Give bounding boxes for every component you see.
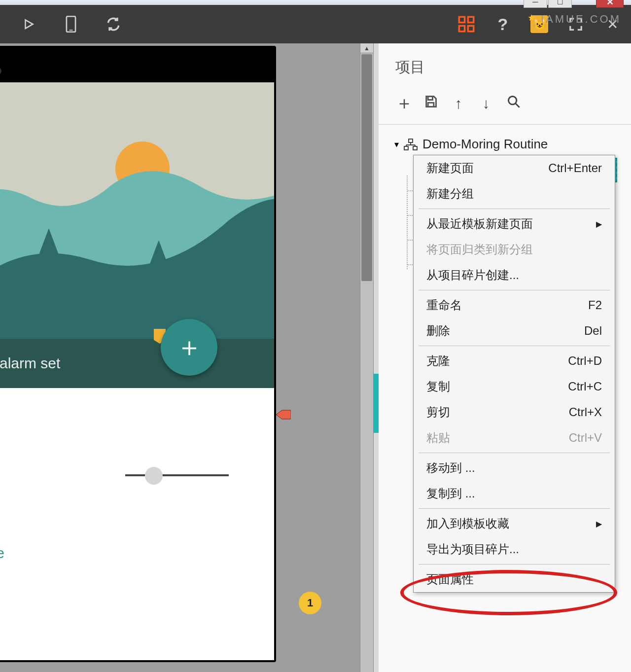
ctx-shortcut: Ctrl+V <box>569 431 602 445</box>
svg-rect-13 <box>409 139 413 142</box>
alarm-text: o alarm set <box>0 355 60 372</box>
ctx-separator <box>419 508 610 509</box>
search-icon[interactable] <box>506 95 522 112</box>
add-alarm-fab[interactable]: ＋ <box>161 319 217 376</box>
grid-icon[interactable] <box>457 15 475 33</box>
active-tab-indicator[interactable] <box>374 374 379 433</box>
ctx-label: 复制到 ... <box>426 486 475 501</box>
tree-guide-lines <box>407 176 408 269</box>
ctx-copy-to[interactable]: 复制到 ... <box>414 481 615 506</box>
ctx-cut[interactable]: 剪切 Ctrl+X <box>414 399 615 425</box>
ctx-label: 将页面归类到新分组 <box>426 242 533 257</box>
watermark: IAMUE.COM <box>541 13 621 26</box>
device-top-bezel <box>0 48 274 82</box>
project-root-row[interactable]: ▾ Demo-Moring Routine <box>392 134 631 155</box>
ctx-export-fragment[interactable]: 导出为项目碎片... <box>414 536 615 562</box>
ctx-label: 从最近模板新建页面 <box>426 216 533 232</box>
svg-rect-5 <box>468 26 473 31</box>
star-icon: ★ <box>527 12 535 23</box>
ctx-label: 粘贴 <box>426 430 450 446</box>
help-icon[interactable]: ? <box>494 15 512 33</box>
submenu-arrow-icon: ▶ <box>596 219 602 229</box>
ctx-classify-to-group: 将页面归类到新分组 <box>414 237 615 262</box>
svg-point-11 <box>509 97 517 105</box>
sitemap-icon <box>404 139 418 150</box>
scrollbar-up-button[interactable]: ▲ <box>360 43 373 53</box>
repeat-label: once <box>0 545 4 562</box>
project-name: Demo-Moring Routine <box>422 137 548 152</box>
move-down-icon[interactable]: ↓ <box>478 95 494 112</box>
main-toolbar: ? ★😺 ✕ <box>0 5 631 43</box>
panel-toolbar: ＋ ↑ ↓ <box>392 91 631 115</box>
toolbar-left-group <box>20 15 122 33</box>
annotation-badge[interactable]: 1 <box>299 592 321 614</box>
ctx-add-to-templates[interactable]: 加入到模板收藏 ▶ <box>414 511 615 536</box>
window-minimize-button[interactable]: ─ <box>524 0 547 8</box>
slider-track[interactable] <box>125 474 229 476</box>
ctx-label: 删除 <box>426 323 450 339</box>
hero-illustration <box>0 82 274 339</box>
ctx-label: 新建页面 <box>426 160 474 176</box>
ctx-shortcut: Del <box>584 324 602 338</box>
ctx-delete[interactable]: 删除 Del <box>414 318 615 344</box>
ctx-separator <box>419 290 610 290</box>
play-icon[interactable] <box>20 15 37 33</box>
window-titlebar: ─ ☐ ✕ <box>0 0 631 5</box>
ctx-copy[interactable]: 复制 Ctrl+C <box>414 374 615 399</box>
panel-tabstrip <box>374 43 379 672</box>
ctx-shortcut: Ctrl+D <box>568 354 602 368</box>
context-menu: 新建页面 Ctrl+Enter 新建分组 从最近模板新建页面 ▶ 将页面归类到新… <box>413 155 615 593</box>
ctx-separator <box>419 346 610 346</box>
svg-rect-1 <box>70 30 73 31</box>
svg-rect-2 <box>459 17 464 22</box>
ctx-label: 复制 <box>426 379 450 394</box>
ctx-shortcut: Ctrl+C <box>568 380 602 393</box>
ctx-new-from-template[interactable]: 从最近模板新建页面 ▶ <box>414 211 615 237</box>
ctx-label: 剪切 <box>426 404 450 420</box>
svg-rect-7 <box>47 254 51 265</box>
ctx-shortcut: Ctrl+Enter <box>548 161 602 175</box>
slice-marker-icon[interactable] <box>276 409 291 420</box>
sync-icon[interactable] <box>105 15 122 33</box>
add-page-icon[interactable]: ＋ <box>395 91 411 115</box>
canvas[interactable]: o alarm set ＋ ▶ once 1 <box>0 43 360 672</box>
ctx-paste: 粘贴 Ctrl+V <box>414 425 615 451</box>
ctx-separator <box>419 209 610 209</box>
panel-title: 项目 <box>392 57 631 77</box>
svg-rect-9 <box>157 271 161 283</box>
ctx-label: 重命名 <box>426 297 462 313</box>
svg-rect-14 <box>404 146 408 150</box>
move-up-icon[interactable]: ↑ <box>451 95 466 112</box>
ctx-separator <box>419 453 610 453</box>
ctx-new-group[interactable]: 新建分组 <box>414 181 615 207</box>
ctx-from-fragment[interactable]: 从项目碎片创建... <box>414 262 615 288</box>
ctx-new-page[interactable]: 新建页面 Ctrl+Enter <box>414 155 615 181</box>
window-maximize-button[interactable]: ☐ <box>548 0 572 8</box>
ctx-move-to[interactable]: 移动到 ... <box>414 455 615 481</box>
tree-icon <box>145 240 173 289</box>
ctx-label: 克隆 <box>426 353 450 369</box>
slider-thumb[interactable] <box>145 467 163 485</box>
ctx-label: 新建分组 <box>426 186 474 202</box>
tree-icon <box>36 228 61 270</box>
svg-marker-8 <box>146 240 171 273</box>
scrollbar-thumb[interactable] <box>361 54 372 281</box>
ctx-clone[interactable]: 克隆 Ctrl+D <box>414 348 615 374</box>
ctx-shortcut: Ctrl+X <box>569 405 602 419</box>
svg-rect-4 <box>459 26 464 31</box>
device-icon[interactable] <box>62 15 80 33</box>
device-body: once <box>0 388 274 654</box>
svg-marker-10 <box>276 410 291 419</box>
save-icon[interactable] <box>423 95 439 112</box>
svg-marker-6 <box>38 228 59 255</box>
ctx-page-properties[interactable]: 页面属性 <box>414 566 615 592</box>
ctx-separator <box>419 564 610 565</box>
svg-rect-3 <box>468 17 473 22</box>
divider <box>379 124 631 125</box>
caret-down-icon[interactable]: ▾ <box>394 139 399 150</box>
ctx-rename[interactable]: 重命名 F2 <box>414 292 615 318</box>
ctx-shortcut: F2 <box>588 298 602 312</box>
alarm-bar: o alarm set ＋ ▶ <box>0 339 274 388</box>
canvas-vertical-scrollbar[interactable]: ▲ <box>360 43 374 672</box>
window-close-button[interactable]: ✕ <box>596 0 624 8</box>
